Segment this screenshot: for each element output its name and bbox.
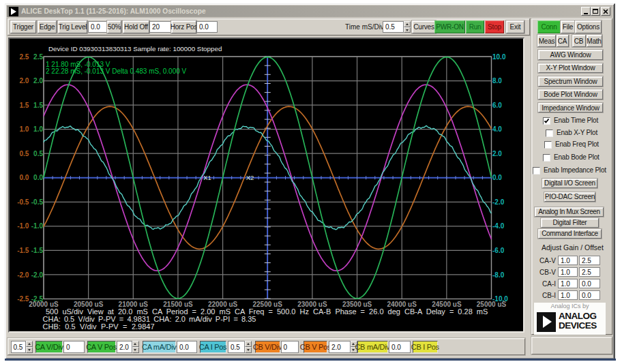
- svg-text:-1.0: -1.0: [17, 222, 29, 230]
- svg-text:-2.0: -2.0: [492, 198, 505, 206]
- svg-text:-0.5: -0.5: [31, 198, 44, 206]
- svg-text:2.5: 2.5: [33, 53, 43, 61]
- svg-text:CHB: 0.5 V/div P-PV = 2.9847: CHB: 0.5 V/div P-PV = 2.9847: [43, 322, 155, 331]
- svg-text:4.0: 4.0: [492, 125, 502, 133]
- svg-text:-1.0: -1.0: [31, 222, 44, 230]
- svg-text:0.0: 0.0: [33, 174, 43, 181]
- svg-text:1.0: 1.0: [19, 125, 29, 133]
- svg-text:X1: X1: [203, 174, 211, 181]
- svg-text:Device ID 03930313830313 Sampl: Device ID 03930313830313 Sample rate: 10…: [48, 45, 222, 52]
- svg-text:8.0: 8.0: [492, 77, 502, 85]
- svg-text:0.5: 0.5: [33, 150, 43, 157]
- svg-text:1.5: 1.5: [33, 102, 43, 109]
- svg-text:-0.5: -0.5: [17, 198, 29, 206]
- svg-text:2.0: 2.0: [19, 77, 29, 85]
- svg-text:1.0: 1.0: [33, 125, 43, 133]
- svg-text:-2.5: -2.5: [17, 295, 29, 303]
- svg-text:0.5: 0.5: [19, 150, 29, 157]
- svg-text:-4.0: -4.0: [492, 222, 505, 230]
- svg-text:10.0: 10.0: [492, 53, 506, 61]
- svg-text:2.5: 2.5: [19, 53, 29, 61]
- svg-text:-2.0: -2.0: [31, 271, 44, 279]
- svg-text:2 22.28 mS, -0.013 V Delta: 2 22.28 mS, -0.013 V Delta 0.483 mS, 0.0…: [46, 67, 187, 75]
- svg-text:X2: X2: [246, 174, 254, 181]
- svg-text:-8.0: -8.0: [492, 271, 505, 279]
- svg-text:2.0: 2.0: [492, 150, 502, 157]
- svg-text:6.0: 6.0: [492, 102, 502, 109]
- svg-text:-1.5: -1.5: [17, 247, 29, 254]
- svg-text:-2.0: -2.0: [17, 271, 29, 279]
- svg-text:-1.5: -1.5: [31, 247, 44, 254]
- svg-text:0.0: 0.0: [19, 174, 29, 181]
- svg-text:0.0: 0.0: [492, 174, 502, 181]
- svg-text:-6.0: -6.0: [492, 247, 505, 254]
- svg-text:2.0: 2.0: [33, 77, 43, 85]
- svg-text:1.5: 1.5: [19, 102, 29, 109]
